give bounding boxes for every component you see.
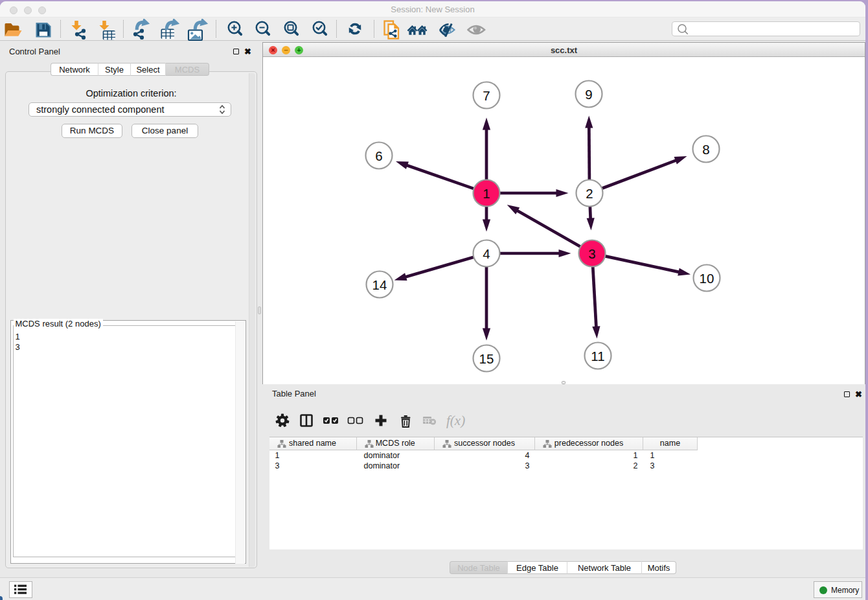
svg-text:11: 11 <box>591 349 604 363</box>
svg-text:8: 8 <box>702 142 709 157</box>
svg-text:15: 15 <box>479 351 494 366</box>
svg-text:14: 14 <box>372 277 387 292</box>
svg-text:1: 1 <box>483 186 490 201</box>
svg-text:7: 7 <box>483 88 490 103</box>
svg-text:3: 3 <box>588 246 595 261</box>
svg-text:9: 9 <box>585 87 592 102</box>
svg-text:2: 2 <box>586 186 593 201</box>
svg-text:6: 6 <box>375 148 382 163</box>
svg-text:4: 4 <box>483 246 490 261</box>
svg-text:10: 10 <box>700 271 714 286</box>
